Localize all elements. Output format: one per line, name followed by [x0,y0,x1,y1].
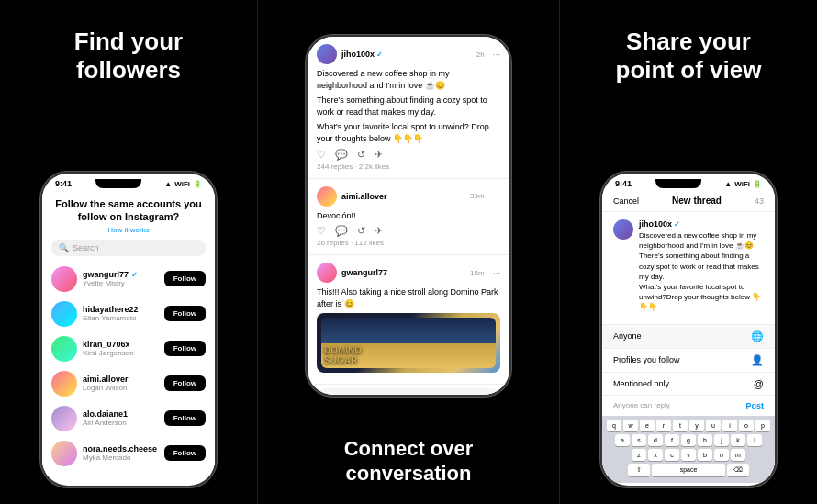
status-bar-right: 9:41 ▲ WiFi 🔋 [602,174,775,190]
post-text-1a: Discovered a new coffee shop in my neigh… [317,68,500,91]
panel-center: jiho100x ✓ 2h ··· Discovered a new coffe… [257,0,560,504]
key-z[interactable]: z [632,449,646,461]
time-right: 9:41 [615,179,632,188]
delete-key[interactable]: ⌫ [727,464,749,476]
follower-realname: Airi Anderson [83,419,159,427]
key-c[interactable]: c [665,449,679,461]
search-icon: 🔍 [59,243,69,252]
compose-text2: There's something about finding a cozy s… [639,251,764,282]
more-2[interactable]: ··· [493,191,500,201]
key-r[interactable]: r [656,420,671,431]
follow-button[interactable]: Follow [164,341,206,356]
follower-info: aimi.allover Logan Wilson [83,375,159,392]
key-u[interactable]: u [706,420,721,431]
key-o[interactable]: o [739,420,754,431]
how-it-works[interactable]: How it works [51,226,206,234]
username-3: gwangurl77 [341,268,387,277]
share-icon-1[interactable]: ✈ [375,149,383,161]
post-stats-2: 26 replies · 112 likes [317,239,500,247]
follow-button[interactable]: Follow [164,410,206,426]
post-text-1b: There's something about finding a cozy s… [317,95,500,118]
key-y[interactable]: y [689,420,704,431]
follower-realname: Yvette Mistry [83,279,159,287]
more-1[interactable]: ··· [493,50,500,60]
avatar [51,371,77,397]
compose-area: jiho100x ✓ Discovered a new coffee shop … [602,212,775,320]
audience-label-2: Mentioned only [613,379,669,388]
audience-follow[interactable]: Profiles you follow 👤 [602,349,775,373]
threads-feed: jiho100x ✓ 2h ··· Discovered a new coffe… [308,37,509,395]
audience-label-1: Profiles you follow [613,355,680,364]
key-j[interactable]: j [714,434,729,446]
post-2: aimi.allover 33m ··· Devoción!! ♡ 💬 ↺ ✈ … [308,179,509,256]
repost-icon-1[interactable]: ↺ [357,149,365,161]
cancel-button[interactable]: Cancel [613,196,639,206]
key-d[interactable]: d [648,434,663,446]
center-bottom-text: Connect over conversation [344,437,474,486]
follow-button[interactable]: Follow [164,445,206,461]
share-icon-2[interactable]: ✈ [375,225,383,237]
follower-item: kiran_0706x Kirsi Jørgensen Follow [51,331,206,366]
key-b[interactable]: b [698,449,712,461]
time-1: 2h [476,50,485,59]
post-button[interactable]: Post [745,401,764,410]
audience-icon-0: 🌐 [751,330,764,342]
char-count: 43 [755,196,764,206]
follower-info: alo.daiane1 Airi Anderson [83,409,159,427]
comment-icon-1[interactable]: 💬 [335,149,348,161]
notch-left [95,179,141,188]
status-icons-right: ▲ WiFi 🔋 [724,180,762,188]
key-x[interactable]: x [648,449,663,461]
space-key[interactable]: space [652,464,725,476]
key-g[interactable]: g [681,434,696,446]
key-v[interactable]: v [681,449,696,461]
keyboard: qwertyuiop asdfghjkl zxcvbnm ⇧ space ⌫ [602,416,775,483]
screen-left: Follow the same accounts you follow on I… [42,190,215,478]
post-1: jiho100x ✓ 2h ··· Discovered a new coffe… [308,37,509,179]
follower-realname: Myka Mercado [83,454,159,462]
audience-mentioned[interactable]: Mentioned only @ [602,373,775,396]
follower-realname: Kirsi Jørgensen [83,349,159,357]
key-h[interactable]: h [698,434,712,446]
key-k[interactable]: k [731,434,745,446]
key-f[interactable]: f [665,434,679,446]
follower-username: hidayathere22 [83,305,159,314]
search-bar[interactable]: 🔍 Search [51,240,206,256]
like-icon-2[interactable]: ♡ [317,225,326,237]
post-actions-1: ♡ 💬 ↺ ✈ [317,149,500,161]
key-e[interactable]: e [640,420,655,431]
comment-icon-2[interactable]: 💬 [335,225,348,237]
key-w[interactable]: w [623,420,638,431]
follow-button[interactable]: Follow [164,375,206,391]
key-q[interactable]: q [607,420,621,431]
key-t[interactable]: t [673,420,688,431]
follow-button[interactable]: Follow [164,306,206,321]
follower-item: hidayathere22 Eitan Yamamoto Follow [51,297,206,331]
avatar [51,406,77,431]
followers-title: Follow the same accounts you follow on I… [51,197,206,224]
follower-info: gwangurl77 ✓ Yvette Mistry [83,270,159,287]
key-i[interactable]: i [722,420,737,431]
follow-button[interactable]: Follow [164,271,206,286]
avatar [51,336,77,362]
reply-bar[interactable]: Reply to jiho100x... [317,388,500,395]
domino-image: DOMINOSUGAR [317,313,500,373]
like-icon-1[interactable]: ♡ [317,149,326,161]
key-m[interactable]: m [731,449,745,461]
audience-anyone[interactable]: Anyone 🌐 [602,325,775,349]
follower-item: alo.daiane1 Airi Anderson Follow [51,401,206,436]
post-text-2: Devoción!! [317,210,500,222]
key-a[interactable]: a [615,434,630,446]
key-l[interactable]: l [747,434,762,446]
audience-icon-1: 👤 [751,354,764,366]
compose-username: jiho100x ✓ [639,219,764,229]
key-s[interactable]: s [632,434,646,446]
more-3[interactable]: ··· [493,268,500,278]
repost-icon-2[interactable]: ↺ [357,225,365,237]
key-n[interactable]: n [714,449,729,461]
thread-header: Cancel New thread 43 [602,190,775,212]
follower-item: aimi.allover Logan Wilson Follow [51,366,206,401]
key-p[interactable]: p [755,420,770,431]
shift-key[interactable]: ⇧ [628,464,650,476]
follower-info: hidayathere22 Eitan Yamamoto [83,305,159,322]
